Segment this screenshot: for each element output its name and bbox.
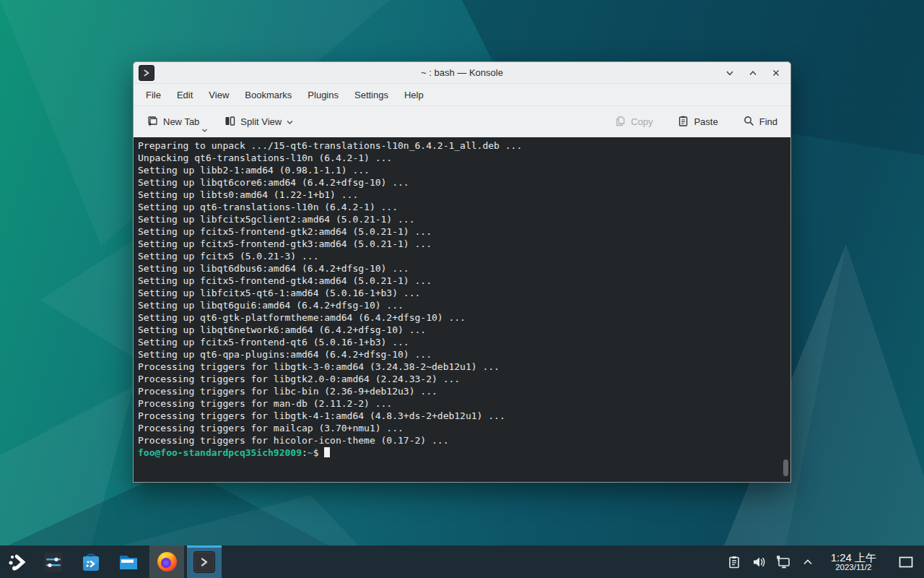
konsole-window: ~ : bash — Konsole File Edit View Bookma… bbox=[133, 61, 791, 483]
new-tab-label: New Tab bbox=[163, 116, 199, 127]
split-view-dropdown-icon bbox=[286, 119, 294, 125]
terminal-output-line: Setting up qt6-qpa-plugins:amd64 (6.4.2+… bbox=[138, 348, 790, 361]
window-title: ~ : bash — Konsole bbox=[421, 67, 503, 78]
menu-edit[interactable]: Edit bbox=[169, 87, 201, 103]
taskbar-task-konsole[interactable] bbox=[187, 545, 222, 578]
prompt-colon: : bbox=[302, 447, 308, 458]
window-titlebar[interactable]: ~ : bash — Konsole bbox=[134, 62, 790, 84]
menu-file[interactable]: File bbox=[138, 87, 169, 103]
system-tray: 1:24 上午 2023/11/2 bbox=[725, 552, 924, 572]
terminal-output-line: Setting up libqt6core6:amd64 (6.4.2+dfsg… bbox=[138, 176, 790, 189]
copy-button: Copy bbox=[609, 111, 658, 134]
find-icon bbox=[743, 115, 755, 129]
close-icon[interactable] bbox=[770, 67, 782, 79]
taskbar-task-firefox[interactable] bbox=[149, 545, 184, 578]
volume-tray-icon[interactable] bbox=[750, 553, 767, 571]
clock-widget[interactable]: 1:24 上午 2023/11/2 bbox=[831, 552, 876, 572]
split-view-button[interactable]: Split View bbox=[218, 111, 300, 134]
clock-time: 1:24 上午 bbox=[831, 552, 876, 564]
terminal-output-line: Setting up libqt6dbus6:amd64 (6.4.2+dfsg… bbox=[138, 262, 790, 275]
terminal-output-line: Setting up fcitx5-frontend-gtk4:amd64 (5… bbox=[138, 275, 790, 287]
terminal-output-line: Processing triggers for mailcap (3.70+nm… bbox=[138, 422, 790, 434]
split-view-label: Split View bbox=[240, 116, 282, 127]
taskbar-panel: 1:24 上午 2023/11/2 bbox=[0, 545, 924, 578]
terminal-output-line: Setting up fcitx5-frontend-gtk3:amd64 (5… bbox=[138, 238, 790, 250]
terminal-output-line: Setting up fcitx5-frontend-qt6 (5.0.16-1… bbox=[138, 336, 790, 348]
show-desktop-button[interactable] bbox=[897, 553, 915, 571]
terminal-prompt-line: foo@foo-standardpcq35ich92009:~$ bbox=[138, 447, 790, 459]
terminal-output-line: Processing triggers for libgtk-3-0:amd64… bbox=[138, 361, 790, 373]
konsole-window-icon bbox=[139, 65, 154, 81]
system-settings-icon[interactable] bbox=[43, 551, 64, 573]
prompt-user-host: foo@foo-standardpcq35ich92009 bbox=[138, 447, 302, 458]
terminal-output-line: Processing triggers for libc-bin (2.36-9… bbox=[138, 385, 790, 397]
terminal-output-line: Setting up qt6-gtk-platformtheme:amd64 (… bbox=[138, 311, 790, 324]
copy-label: Copy bbox=[631, 116, 653, 127]
find-button[interactable]: Find bbox=[737, 111, 783, 134]
clipboard-tray-icon[interactable] bbox=[725, 553, 743, 571]
terminal-scrollbar-thumb[interactable] bbox=[783, 460, 788, 476]
prompt-dollar: $ bbox=[313, 447, 319, 458]
network-tray-icon[interactable] bbox=[775, 553, 792, 571]
maximize-icon[interactable] bbox=[747, 67, 759, 79]
terminal-output-line: Processing triggers for libgtk2.0-0:amd6… bbox=[138, 373, 790, 385]
terminal-output-line: Preparing to unpack .../15-qt6-translati… bbox=[138, 139, 790, 152]
terminal-output-line: Setting up libqt6network6:amd64 (6.4.2+d… bbox=[138, 324, 790, 336]
file-manager-icon[interactable] bbox=[118, 551, 139, 573]
terminal-cursor bbox=[324, 447, 330, 457]
toolbar: New Tab Split View Copy Paste bbox=[134, 105, 790, 137]
terminal-output-line: Processing triggers for man-db (2.11.2-2… bbox=[138, 397, 790, 410]
paste-label: Paste bbox=[694, 116, 718, 127]
konsole-icon bbox=[193, 551, 215, 573]
window-controls bbox=[724, 62, 782, 84]
menu-help[interactable]: Help bbox=[396, 87, 432, 103]
terminal-output-line: Setting up fcitx5 (5.0.21-3) ... bbox=[138, 250, 790, 262]
firefox-icon bbox=[156, 551, 178, 573]
terminal-area[interactable]: Preparing to unpack .../15-qt6-translati… bbox=[134, 137, 790, 482]
terminal-output-line: Unpacking qt6-translations-l10n (6.4.2-1… bbox=[138, 152, 790, 164]
terminal-output-line: Setting up libfcitx5gclient2:amd64 (5.0.… bbox=[138, 213, 790, 225]
copy-icon bbox=[614, 115, 627, 129]
minimize-icon[interactable] bbox=[724, 67, 736, 79]
menu-view[interactable]: View bbox=[201, 87, 237, 103]
application-launcher-icon[interactable] bbox=[6, 551, 28, 573]
menu-bookmarks[interactable]: Bookmarks bbox=[237, 87, 300, 103]
menu-bar: File Edit View Bookmarks Plugins Setting… bbox=[134, 84, 790, 105]
find-label: Find bbox=[759, 116, 777, 127]
new-tab-button[interactable]: New Tab bbox=[141, 111, 205, 134]
terminal-output-line: Setting up libb2-1:amd64 (0.98.1-1.1) ..… bbox=[138, 164, 790, 176]
terminal-output-line: Setting up libfcitx5-qt6-1:amd64 (5.0.16… bbox=[138, 287, 790, 299]
clock-date: 2023/11/2 bbox=[831, 563, 876, 571]
terminal-output-line: Setting up libqt6gui6:amd64 (6.4.2+dfsg-… bbox=[138, 299, 790, 311]
new-tab-icon bbox=[147, 115, 159, 129]
split-view-icon bbox=[224, 115, 236, 129]
menu-plugins[interactable]: Plugins bbox=[300, 87, 346, 103]
terminal-output-line: Processing triggers for libgtk-4-1:amd64… bbox=[138, 410, 790, 422]
discover-icon[interactable] bbox=[80, 551, 102, 573]
new-tab-dropdown-icon[interactable] bbox=[201, 124, 208, 135]
terminal-output-line: Setting up qt6-translations-l10n (6.4.2-… bbox=[138, 201, 790, 213]
terminal-output-line: Processing triggers for hicolor-icon-the… bbox=[138, 434, 790, 447]
terminal-output-line: Setting up fcitx5-frontend-gtk2:amd64 (5… bbox=[138, 225, 790, 238]
prompt-path: ~ bbox=[308, 447, 313, 458]
paste-icon bbox=[677, 115, 689, 129]
expand-tray-icon[interactable] bbox=[799, 553, 816, 571]
menu-settings[interactable]: Settings bbox=[346, 87, 396, 103]
terminal-output-line: Setting up libts0:amd64 (1.22-1+b1) ... bbox=[138, 189, 790, 201]
paste-button[interactable]: Paste bbox=[671, 111, 723, 134]
